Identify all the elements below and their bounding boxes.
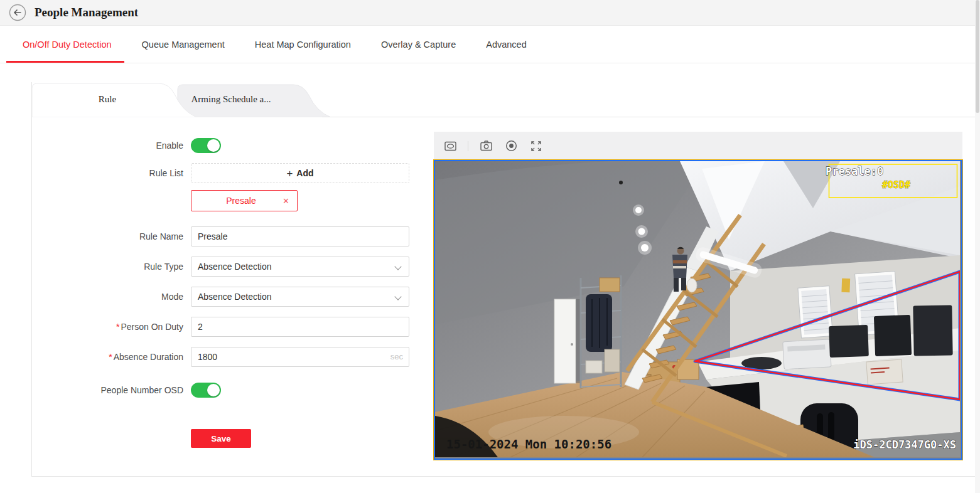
mode-value: Absence Detection bbox=[198, 292, 272, 302]
app-header: People Management bbox=[0, 0, 980, 26]
osd-camera-model: iDS-2CD7347G0-XS bbox=[853, 438, 956, 451]
person-on-duty-input[interactable] bbox=[191, 317, 409, 337]
seconds-unit-label: sec bbox=[390, 347, 403, 367]
mode-select[interactable]: Absence Detection bbox=[191, 287, 409, 307]
people-number-osd-toggle[interactable] bbox=[191, 383, 221, 398]
live-preview-panel: Presale:0 #OSD# 15-01-2024 Mon 10:20:56 … bbox=[434, 132, 962, 460]
back-arrow-icon bbox=[9, 4, 26, 21]
close-icon[interactable]: ✕ bbox=[283, 196, 289, 206]
rule-name-label: Rule Name bbox=[32, 226, 183, 246]
required-asterisk: * bbox=[109, 352, 112, 362]
rule-panel-card: Rule Arming Schedule a... Enable Rule Li… bbox=[31, 82, 980, 477]
panel-tab-arming-schedule[interactable]: Arming Schedule a... bbox=[178, 94, 284, 105]
tab-on-off-duty-detection[interactable]: On/Off Duty Detection bbox=[23, 40, 112, 50]
enable-label: Enable bbox=[32, 135, 183, 156]
rule-type-select[interactable]: Absence Detection bbox=[191, 257, 409, 277]
chevron-down-icon bbox=[394, 293, 401, 300]
osd-rule-counter: Presale:0 bbox=[826, 165, 883, 178]
toggle-knob bbox=[207, 139, 220, 152]
person-on-duty-label: *Person On Duty bbox=[32, 317, 183, 337]
record-icon[interactable] bbox=[505, 140, 517, 152]
toggle-knob bbox=[207, 384, 220, 396]
card-top-border bbox=[322, 117, 980, 117]
rule-type-value: Absence Detection bbox=[198, 262, 272, 272]
back-button[interactable] bbox=[9, 4, 26, 21]
video-scene: Presale:0 #OSD# 15-01-2024 Mon 10:20:56 … bbox=[435, 161, 960, 457]
rule-chip-label: Presale bbox=[226, 196, 256, 206]
live-video[interactable]: Presale:0 #OSD# 15-01-2024 Mon 10:20:56 … bbox=[434, 160, 962, 460]
chevron-down-icon bbox=[394, 263, 401, 270]
scene-door bbox=[554, 299, 580, 383]
preview-toolbar bbox=[434, 132, 962, 160]
plus-icon: + bbox=[286, 168, 293, 179]
tab-queue-management[interactable]: Queue Management bbox=[142, 40, 225, 50]
live-view-icon[interactable] bbox=[444, 140, 456, 152]
rule-list-label: Rule List bbox=[32, 163, 183, 183]
rule-chip-presale[interactable]: Presale ✕ bbox=[191, 190, 298, 211]
absence-duration-input[interactable] bbox=[191, 347, 409, 367]
absence-duration-label: *Absence Duration bbox=[32, 347, 183, 367]
active-tab-underline bbox=[6, 61, 124, 63]
mode-label: Mode bbox=[32, 287, 183, 307]
rule-type-label: Rule Type bbox=[32, 257, 183, 277]
people-number-osd-label: People Number OSD bbox=[32, 380, 183, 400]
scrollbar[interactable] bbox=[975, 0, 980, 493]
osd-custom-overlay: #OSD# bbox=[882, 179, 910, 191]
absence-duration-row: *Absence Duration sec bbox=[32, 347, 250, 367]
add-rule-label: Add bbox=[296, 168, 313, 178]
add-rule-button[interactable]: + Add bbox=[191, 163, 409, 183]
fullscreen-icon[interactable] bbox=[530, 140, 542, 152]
enable-toggle[interactable] bbox=[191, 138, 221, 153]
required-asterisk: * bbox=[116, 322, 119, 332]
tab-overlay-capture[interactable]: Overlay & Capture bbox=[381, 40, 456, 50]
nav-tab-bar: On/Off Duty Detection Queue Management H… bbox=[0, 26, 980, 63]
toolbar-divider bbox=[468, 141, 468, 151]
scrollbar-thumb[interactable] bbox=[976, 0, 979, 113]
osd-timestamp: 15-01-2024 Mon 10:20:56 bbox=[446, 437, 611, 451]
page-title: People Management bbox=[35, 6, 138, 19]
people-management-screen: People Management On/Off Duty Detection … bbox=[0, 0, 980, 493]
panel-tab-rule[interactable]: Rule bbox=[70, 94, 145, 105]
rule-name-input[interactable] bbox=[191, 226, 409, 246]
tab-heat-map-configuration[interactable]: Heat Map Configuration bbox=[255, 40, 351, 50]
tab-advanced[interactable]: Advanced bbox=[486, 40, 527, 50]
capture-icon[interactable] bbox=[480, 140, 492, 152]
save-button[interactable]: Save bbox=[191, 429, 251, 448]
